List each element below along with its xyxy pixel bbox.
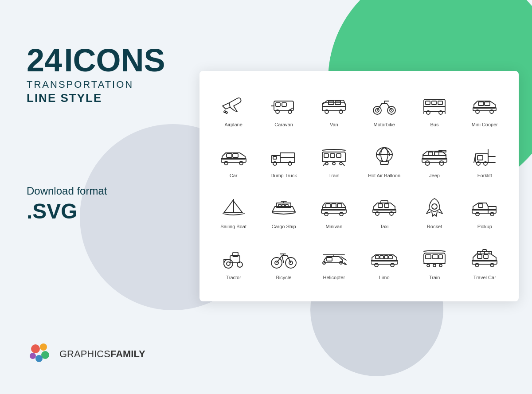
download-format: .SVG <box>27 199 165 223</box>
svg-point-99 <box>432 204 437 209</box>
svg-rect-25 <box>426 101 430 105</box>
caravan-label: Caravan <box>274 122 293 127</box>
svg-rect-95 <box>384 204 389 207</box>
icon-cell-tractor: Tractor <box>208 237 258 288</box>
train2-label: Train <box>429 275 440 280</box>
icon-cell-airplane: Airplane <box>208 84 258 135</box>
svg-point-3 <box>35 355 43 362</box>
logo-icon <box>27 341 53 367</box>
travel-car-icon <box>469 246 500 272</box>
caravan-icon <box>268 93 299 119</box>
icon-cell-motorbike: Motorbike <box>359 84 409 135</box>
left-panel: 24 ICONS TRANSPORTATION LINE STYLE Downl… <box>27 44 165 223</box>
svg-rect-94 <box>378 204 383 207</box>
svg-rect-26 <box>432 101 436 105</box>
motorbike-icon <box>369 93 400 119</box>
svg-point-6 <box>226 112 227 113</box>
logo-text: GRAPHICSFAMILY <box>59 348 145 360</box>
svg-rect-117 <box>327 257 332 261</box>
svg-point-138 <box>433 264 436 267</box>
dump-truck-label: Dump Truck <box>270 173 297 178</box>
count-number: 24 <box>27 43 62 78</box>
hot-air-balloon-label: Hot Air Balloon <box>368 173 400 178</box>
svg-point-4 <box>30 353 36 359</box>
icon-cell-train: Train <box>309 135 359 186</box>
bicycle-label: Bicycle <box>276 275 292 280</box>
limo-label: Limo <box>379 275 390 280</box>
icon-cell-jeep: Jeep <box>409 135 459 186</box>
limo-icon <box>369 246 400 272</box>
train-label: Train <box>329 173 340 178</box>
car-icon <box>218 144 249 170</box>
sailing-boat-icon <box>218 195 249 221</box>
icons-grid: Airplane Caravan <box>208 84 510 288</box>
minivan-icon <box>318 195 349 221</box>
pickup-icon <box>469 195 500 221</box>
icons-panel: Airplane Caravan <box>200 71 519 301</box>
svg-rect-35 <box>485 102 490 105</box>
icon-cell-bus: Bus <box>409 84 459 135</box>
svg-rect-66 <box>434 152 439 156</box>
svg-rect-9 <box>282 103 286 106</box>
svg-rect-27 <box>438 101 442 105</box>
svg-rect-89 <box>337 204 342 207</box>
travel-car-label: Travel Car <box>473 275 496 280</box>
icon-cell-hot-air-balloon: Hot Air Balloon <box>359 135 409 186</box>
mini-cooper-icon <box>469 93 500 119</box>
download-label: Download format <box>27 185 165 197</box>
svg-rect-129 <box>389 256 392 259</box>
jeep-icon <box>419 144 450 170</box>
icon-cell-caravan: Caravan <box>258 84 309 135</box>
svg-point-67 <box>425 161 430 165</box>
svg-rect-81 <box>278 205 281 207</box>
svg-rect-51 <box>336 154 341 157</box>
airplane-label: Airplane <box>224 122 242 127</box>
svg-rect-87 <box>326 204 330 207</box>
taxi-icon <box>369 195 400 221</box>
icon-cell-limo: Limo <box>359 237 409 288</box>
svg-rect-49 <box>324 154 329 157</box>
svg-point-139 <box>439 264 442 267</box>
svg-point-55 <box>340 162 342 165</box>
taxi-label: Taxi <box>380 224 389 229</box>
svg-rect-142 <box>484 255 488 258</box>
rocket-label: Rocket <box>427 224 442 229</box>
svg-rect-34 <box>478 102 484 105</box>
mini-cooper-label: Mini Cooper <box>472 122 498 127</box>
svg-rect-135 <box>439 255 442 259</box>
logo-section: GRAPHICSFAMILY <box>27 341 145 367</box>
svg-point-53 <box>325 162 328 165</box>
svg-rect-83 <box>286 205 288 207</box>
icon-cell-helicopter: Helicopter <box>309 237 359 288</box>
svg-rect-47 <box>273 156 277 159</box>
icon-cell-train2: Train <box>409 237 459 288</box>
jeep-label: Jeep <box>429 173 440 178</box>
svg-rect-141 <box>477 255 482 258</box>
pickup-label: Pickup <box>477 224 492 229</box>
svg-rect-134 <box>433 255 438 259</box>
svg-rect-128 <box>384 256 388 259</box>
svg-point-0 <box>31 344 40 353</box>
svg-rect-101 <box>478 204 483 207</box>
tractor-icon <box>218 246 249 272</box>
forklift-label: Forklift <box>477 173 492 178</box>
svg-rect-72 <box>477 156 483 160</box>
svg-rect-40 <box>233 154 238 157</box>
cargo-ship-label: Cargo Ship <box>271 224 296 229</box>
svg-rect-126 <box>376 256 379 259</box>
svg-rect-149 <box>483 250 486 251</box>
icon-cell-forklift: Forklift <box>460 135 510 186</box>
svg-rect-82 <box>282 205 285 207</box>
icon-cell-dump-truck: Dump Truck <box>258 135 309 186</box>
airplane-icon <box>218 93 249 119</box>
svg-point-111 <box>227 262 230 265</box>
svg-rect-65 <box>428 152 433 156</box>
svg-rect-50 <box>330 154 335 157</box>
svg-rect-127 <box>380 256 383 259</box>
icon-cell-pickup: Pickup <box>460 186 510 237</box>
svg-rect-8 <box>276 103 280 106</box>
icon-cell-van: Van <box>309 84 359 135</box>
logo-brand: GRAPHICSFAMILY <box>59 348 145 359</box>
car-label: Car <box>230 173 238 178</box>
tractor-label: Tractor <box>226 275 241 280</box>
